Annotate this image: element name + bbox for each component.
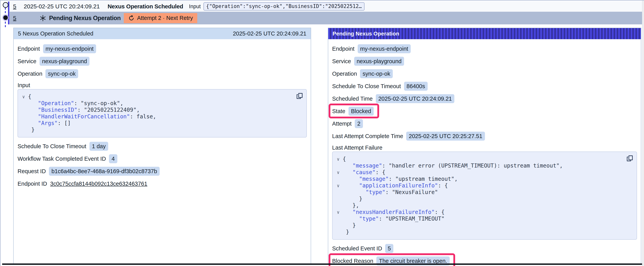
input-json-viewer: ∨{ "Operation": "sync-op-ok", "BusinessI…	[18, 89, 307, 137]
retry-icon	[128, 15, 135, 22]
field-value-chip: 86400s	[404, 82, 428, 91]
field-label: Scheduled Time	[332, 96, 373, 102]
pending-nexus-operation-panel: Pending Nexus Operation Endpoint my-nexu…	[328, 28, 641, 264]
field-endpoint-id: Endpoint ID 3c0c75ccfa8144b092c13ce63246…	[18, 179, 307, 188]
field-request-id: Request ID b1c6a4bc-8ee7-468a-9169-df3b0…	[18, 167, 307, 176]
event-id-link[interactable]: 5	[13, 15, 16, 22]
code-line: "message": "upstream timeout",	[334, 176, 623, 182]
left-panel-header: 5 Nexus Operation Scheduled 2025-02-25 U…	[14, 28, 311, 39]
code-line: "type": "UPSTREAM_TIMEOUT"	[334, 215, 623, 222]
field-value-chip: my-nexus-endpoint	[358, 44, 411, 54]
code-gutter	[334, 229, 343, 235]
field-label: Service	[332, 58, 351, 65]
field-label: Endpoint	[332, 46, 354, 52]
field-operation: Operation sync-op-ok	[332, 69, 637, 78]
field-schedule-to-close-timeout: Schedule To Close Timeout 86400s	[332, 82, 637, 91]
timeline-node-current-icon[interactable]	[3, 16, 8, 20]
field-state: State Blocked	[332, 107, 374, 116]
event-row-pending-nexus-operation[interactable]: 5 Pending Nexus Operation Attempt 2 · Ne…	[10, 12, 642, 24]
field-schedule-to-close-timeout: Schedule To Close Timeout 1 day	[18, 142, 307, 151]
right-panel-header: Pending Nexus Operation	[328, 28, 641, 39]
field-label: Endpoint	[18, 46, 40, 52]
code-line: "Args": []	[19, 120, 293, 127]
collapse-chevron-icon[interactable]: ∨	[334, 169, 343, 176]
retry-badge-label: Attempt 2 · Next Retry	[137, 15, 193, 21]
code-gutter	[19, 107, 28, 113]
field-last-attempt-complete-time: Last Attempt Complete Time 2025-02-25 UT…	[332, 132, 637, 141]
field-label: Blocked Reason	[332, 258, 373, 264]
code-gutter	[334, 162, 343, 169]
field-label: Endpoint ID	[18, 181, 47, 187]
field-value-chip: nexus-playground	[354, 57, 404, 66]
code-line: "Operation": "sync-op-ok",	[19, 100, 293, 107]
code-line: ∨ "cause": {	[334, 169, 623, 176]
code-gutter	[334, 176, 343, 182]
collapse-chevron-icon[interactable]: ∨	[334, 182, 343, 189]
collapse-chevron-icon[interactable]: ∨	[19, 93, 28, 100]
code-line: }	[334, 196, 623, 202]
field-value-chip: b1c6a4bc-8ee7-468a-9169-df3b02c8737b	[49, 167, 160, 176]
failure-json-viewer: ∨{ "message": "handler error (UPSTREAM_T…	[332, 152, 637, 240]
collapse-chevron-icon[interactable]: ∨	[334, 209, 343, 215]
code-line: }	[334, 222, 623, 229]
timeline-node-open-icon[interactable]	[3, 2, 8, 8]
event-input-preview-chip[interactable]: {"Operation":"sync-op-ok","BusinessID":"…	[204, 2, 364, 11]
endpoint-id-link[interactable]: 3c0c75ccfa8144b092c13ce632463761	[50, 181, 147, 187]
field-value-chip: my-nexus-endpoint	[43, 44, 96, 54]
retry-attempt-badge: Attempt 2 · Next Retry	[124, 13, 197, 23]
field-label: Workflow Task Completed Event ID	[18, 156, 106, 162]
field-value-chip: sync-op-ok	[46, 69, 78, 78]
field-value-chip: nexus-playground	[40, 57, 90, 66]
code-line: }	[19, 127, 293, 133]
field-service: Service nexus-playground	[18, 57, 307, 66]
code-gutter	[19, 100, 28, 107]
code-gutter	[334, 202, 343, 209]
field-label: Scheduled Event ID	[332, 245, 382, 252]
state-value-chip: Blocked	[348, 107, 374, 116]
field-label: Operation	[332, 71, 357, 77]
right-panel-title: Pending Nexus Operation	[332, 31, 399, 37]
field-value-chip: 2025-02-25 UTC 20:25:27.51	[406, 132, 485, 141]
field-label: Attempt	[332, 121, 352, 127]
vertical-scrollbar[interactable]	[642, 1, 644, 266]
right-panel-body: Endpoint my-nexus-endpoint Service nexus…	[328, 39, 641, 266]
code-line: ∨ "nexusHandlerFailureInfo": {	[334, 209, 623, 215]
event-timestamp: 2025-02-25 UTC 20:24:09.21	[24, 3, 100, 10]
last-attempt-failure-label: Last Attempt Failure	[332, 144, 637, 151]
field-attempt: Attempt 2	[332, 119, 637, 128]
code-line: ∨ "applicationFailureInfo": {	[334, 182, 623, 189]
pending-asterisk-icon	[39, 15, 46, 22]
workflow-event-history-view: 5 2025-02-25 UTC 20:24:09.21 Nexus Opera…	[0, 0, 644, 266]
code-gutter	[334, 196, 343, 202]
code-line: "HandlerWaitForCancellation": false,	[19, 113, 293, 120]
event-id-link[interactable]: 5	[13, 3, 16, 10]
event-title: Nexus Operation Scheduled	[108, 3, 183, 10]
field-label: Operation	[18, 71, 42, 77]
copy-icon[interactable]	[626, 155, 634, 162]
field-workflow-task-completed-event-id: Workflow Task Completed Event ID 4	[18, 154, 307, 163]
code-gutter	[334, 222, 343, 229]
code-gutter	[19, 113, 28, 120]
code-gutter	[19, 127, 28, 133]
code-gutter	[334, 215, 343, 222]
code-line: ∨{	[334, 156, 623, 162]
field-operation: Operation sync-op-ok	[18, 69, 307, 78]
field-scheduled-time: Scheduled Time 2025-02-25 UTC 20:24:09.2…	[332, 94, 637, 103]
code-gutter	[19, 120, 28, 127]
collapse-chevron-icon[interactable]: ∨	[334, 156, 343, 162]
field-scheduled-event-id: Scheduled Event ID 5	[332, 244, 637, 253]
field-service: Service nexus-playground	[332, 57, 637, 66]
field-label: Request ID	[18, 168, 46, 174]
viewport-bottom-divider	[2, 263, 642, 265]
field-endpoint: Endpoint my-nexus-endpoint	[332, 44, 637, 53]
copy-icon[interactable]	[296, 92, 303, 100]
nexus-operation-scheduled-panel: 5 Nexus Operation Scheduled 2025-02-25 U…	[13, 28, 311, 264]
field-label: Schedule To Close Timeout	[18, 143, 86, 150]
field-value-chip: sync-op-ok	[360, 69, 393, 78]
field-value-chip: 2025-02-25 UTC 20:24:09.21	[376, 94, 454, 103]
event-row-nexus-operation-scheduled[interactable]: 5 2025-02-25 UTC 20:24:09.21 Nexus Opera…	[10, 1, 642, 12]
field-value-chip: 4	[109, 154, 117, 163]
left-panel-body: Endpoint my-nexus-endpoint Service nexus…	[14, 39, 311, 197]
field-value-chip: 5	[385, 244, 393, 253]
field-label: Last Attempt Complete Time	[332, 133, 403, 139]
